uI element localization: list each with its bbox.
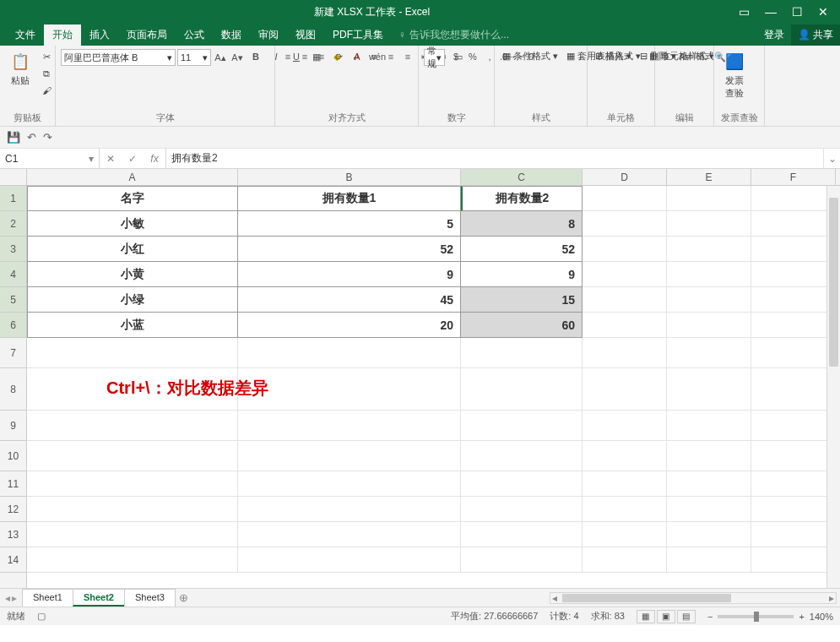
cell-D14[interactable] [583, 547, 667, 573]
cell-A6[interactable]: 小蓝 [27, 313, 238, 338]
fx-icon[interactable]: fx [144, 153, 165, 165]
cell-C8[interactable] [461, 368, 583, 411]
col-header-E[interactable]: E [667, 169, 751, 185]
decrease-font-icon[interactable]: A▾ [230, 50, 245, 65]
row-header-6[interactable]: 6 [0, 313, 26, 338]
cell-B4[interactable]: 9 [238, 262, 461, 287]
cell-D6[interactable] [583, 313, 667, 338]
view-layout-icon[interactable]: ▣ [657, 610, 675, 623]
cell-C9[interactable] [461, 411, 583, 441]
fill-icon[interactable]: ↓ [696, 49, 711, 64]
add-sheet-icon[interactable]: ⊕ [175, 591, 193, 604]
cell-B14[interactable] [238, 547, 461, 573]
cell-F5[interactable] [751, 287, 836, 313]
cell-F7[interactable] [751, 338, 836, 368]
cell-C6[interactable]: 60 [461, 313, 583, 338]
cell-A4[interactable]: 小黄 [27, 262, 238, 287]
cell-C11[interactable] [461, 471, 583, 497]
row-header-7[interactable]: 7 [0, 338, 26, 368]
share-button[interactable]: 👤共享 [791, 24, 840, 46]
horizontal-scrollbar[interactable]: ◂ ▸ [550, 592, 837, 604]
cell-B5[interactable]: 45 [238, 287, 461, 313]
cell-A14[interactable] [27, 547, 238, 573]
record-macro-icon[interactable]: ▢ [37, 611, 46, 622]
zoom-control[interactable]: −+ 140% [707, 612, 833, 622]
cell-E8[interactable] [667, 368, 751, 411]
tab-data[interactable]: 数据 [213, 24, 250, 46]
cell-E12[interactable] [667, 497, 751, 522]
row-header-9[interactable]: 9 [0, 411, 26, 441]
cell-D1[interactable] [583, 186, 667, 211]
cell-A3[interactable]: 小红 [27, 237, 238, 262]
cell-F6[interactable] [751, 313, 836, 338]
copy-icon[interactable]: ⧉ [39, 66, 54, 81]
cell-D5[interactable] [583, 287, 667, 313]
cell-C12[interactable] [461, 497, 583, 522]
cell-E11[interactable] [667, 471, 751, 497]
save-icon[interactable]: 💾 [7, 131, 20, 144]
sheet-nav-last-icon[interactable]: ▸ [12, 592, 17, 604]
cell-B12[interactable] [238, 497, 461, 522]
cell-D8[interactable] [583, 368, 667, 411]
cell-D2[interactable] [583, 211, 667, 237]
expand-formula-icon[interactable]: ⌄ [823, 149, 840, 168]
formula-input[interactable]: 拥有数量2 [166, 149, 823, 168]
cell-E1[interactable] [667, 186, 751, 211]
cell-C2[interactable]: 8 [461, 211, 583, 237]
row-header-5[interactable]: 5 [0, 287, 26, 313]
row-header-13[interactable]: 13 [0, 522, 26, 547]
sheet-tab-sheet1[interactable]: Sheet1 [22, 589, 73, 607]
cell-D3[interactable] [583, 237, 667, 262]
tab-view[interactable]: 视图 [287, 24, 324, 46]
view-pagebreak-icon[interactable]: ▤ [677, 610, 696, 623]
cell-E7[interactable] [667, 338, 751, 368]
view-normal-icon[interactable]: ▦ [637, 610, 655, 623]
align-bottom-icon[interactable]: ≡ [314, 49, 329, 64]
cell-D12[interactable] [583, 497, 667, 522]
autosum-icon[interactable]: Σ [660, 49, 675, 64]
cell-B3[interactable]: 52 [238, 237, 461, 262]
cell-E14[interactable] [667, 547, 751, 573]
cell-F1[interactable] [751, 186, 836, 211]
confirm-formula-icon[interactable]: ✓ [122, 153, 144, 165]
row-header-2[interactable]: 2 [0, 211, 26, 237]
cell-A9[interactable] [27, 411, 238, 441]
row-header-8[interactable]: 8 [0, 368, 26, 411]
cell-E13[interactable] [667, 522, 751, 547]
minimize-icon[interactable]: — [765, 5, 777, 19]
align-left-icon[interactable]: ≡ [366, 49, 382, 64]
invoice-check-button[interactable]: 🟦 发票 查验 [719, 49, 750, 101]
cell-B8[interactable] [238, 368, 461, 411]
cell-F11[interactable] [751, 471, 836, 497]
cell-A5[interactable]: 小绿 [27, 287, 238, 313]
cell-E5[interactable] [667, 287, 751, 313]
cell-B6[interactable]: 20 [238, 313, 461, 338]
align-top-icon[interactable]: ≡ [280, 49, 295, 64]
font-size-select[interactable]: 11▾ [177, 49, 211, 66]
undo-icon[interactable]: ↶ [27, 131, 36, 144]
col-header-F[interactable]: F [751, 169, 836, 185]
number-format-select[interactable]: 常规▾ [424, 49, 445, 66]
row-header-4[interactable]: 4 [0, 262, 26, 287]
cell-C10[interactable] [461, 441, 583, 471]
cell-C3[interactable]: 52 [461, 237, 583, 262]
sheet-nav-first-icon[interactable]: ◂ [5, 592, 10, 604]
tab-layout[interactable]: 页面布局 [118, 24, 176, 46]
conditional-format-button[interactable]: ▦ 条件格式 ▾ [500, 49, 561, 63]
cell-F14[interactable] [751, 547, 836, 573]
font-name-select[interactable]: 阿里巴巴普惠体 B▾ [61, 49, 176, 66]
login-button[interactable]: 登录 [757, 24, 791, 46]
tell-me[interactable]: ♀告诉我您想要做什么... [392, 28, 516, 42]
currency-icon[interactable]: $ [448, 49, 463, 64]
row-header-11[interactable]: 11 [0, 471, 26, 497]
sort-filter-icon[interactable]: A↓ [677, 49, 692, 64]
cell-B11[interactable] [238, 471, 461, 497]
cell-F9[interactable] [751, 411, 836, 441]
cell-C1[interactable]: 拥有数量2 [461, 186, 583, 211]
cell-C4[interactable]: 9 [461, 262, 583, 287]
cell-A11[interactable] [27, 471, 238, 497]
cell-B9[interactable] [238, 411, 461, 441]
tab-pdf[interactable]: PDF工具集 [324, 24, 392, 46]
row-header-14[interactable]: 14 [0, 547, 26, 573]
row-header-10[interactable]: 10 [0, 441, 26, 471]
